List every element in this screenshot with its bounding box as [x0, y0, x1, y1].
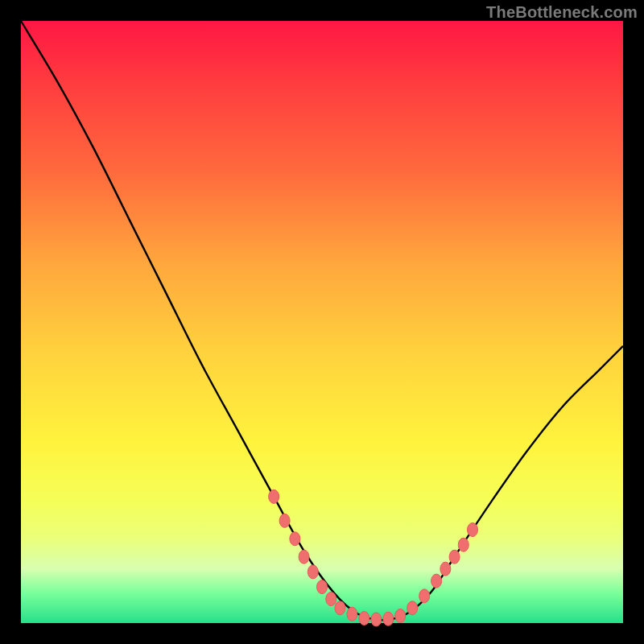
data-marker	[395, 609, 406, 623]
data-marker	[317, 580, 328, 594]
data-marker	[347, 607, 357, 621]
data-marker	[468, 523, 478, 537]
data-marker	[431, 574, 442, 588]
data-marker	[299, 550, 309, 564]
watermark-text: TheBottleneck.com	[486, 3, 638, 22]
data-marker	[440, 562, 451, 576]
data-marker	[269, 489, 279, 503]
data-marker	[326, 592, 336, 606]
bottleneck-curve	[21, 21, 623, 620]
marker-group	[269, 489, 478, 626]
data-marker	[279, 514, 290, 527]
data-marker	[458, 538, 469, 551]
data-marker	[449, 550, 460, 564]
data-marker	[383, 612, 394, 625]
data-marker	[419, 589, 430, 603]
data-marker	[359, 612, 369, 625]
data-marker	[407, 601, 418, 615]
data-marker	[290, 532, 300, 546]
data-marker	[371, 613, 382, 626]
data-marker	[335, 601, 345, 615]
chart-frame: TheBottleneck.com	[0, 0, 644, 644]
data-marker	[308, 565, 318, 579]
chart-svg	[21, 21, 623, 623]
